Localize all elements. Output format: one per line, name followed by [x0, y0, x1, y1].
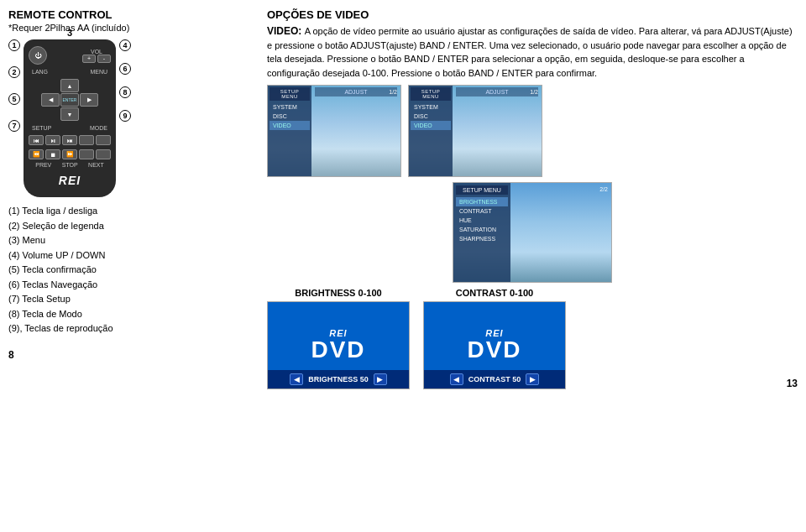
bm-sharpness: SHARPNESS [456, 234, 508, 243]
page-num-screen1: 1/2 [389, 89, 397, 95]
dpad: ▲ ◀ ENTER ▶ ▼ [41, 79, 98, 121]
instr-5: (5) Tecla confirmação [8, 263, 252, 277]
video-body: A opção de vídeo permite ao usuário ajus… [267, 26, 793, 78]
dpad-right[interactable]: ▶ [80, 93, 98, 107]
menu-adjust-1: ADJUST [315, 87, 397, 96]
contrast-item: CONTRAST 0-100 REI DVD ◀ CONTRAST 50 ▶ [423, 288, 566, 389]
lang-label: LANG [32, 69, 48, 75]
remote-labels-right: 4 6 8 9 [119, 39, 131, 133]
instr-text-1: (1) Tecla liga / desliga [8, 204, 97, 218]
contrast-label: CONTRAST 0-100 [456, 288, 533, 298]
screenshots-mid: SETUP MENU BRIGHTNESS CONTRAST HUE SATUR… [267, 182, 798, 283]
menu-label: MENU [90, 69, 107, 75]
label-8: 8 [119, 86, 131, 98]
remote-logo: REI [59, 174, 81, 187]
label-9: 9 [119, 110, 131, 122]
prev-btn[interactable]: ⏪ [29, 149, 44, 159]
t-btn5[interactable] [96, 149, 111, 159]
contrast-right-btn[interactable]: ▶ [526, 373, 539, 385]
menu-header-2: SETUP MENU [411, 87, 451, 101]
play-btn[interactable]: ⏯ [45, 135, 60, 145]
page-num-left: 8 [8, 349, 252, 361]
brightness-item: BRIGHTNESS 0-100 REI DVD ◀ BRIGHTNESS 50… [267, 288, 410, 389]
page-num-right: 13 [787, 378, 798, 389]
screen-thumb-1: SETUP MENU SYSTEM DISC VIDEO ADJUST 1/2 [267, 85, 401, 177]
instructions: (1) Tecla liga / desliga (2) Seleção de … [8, 204, 252, 336]
instr-1: (1) Tecla liga / desliga [8, 204, 252, 218]
instr-text-5: (5) Tecla confirmação [8, 263, 97, 277]
contrast-left-btn[interactable]: ◀ [450, 373, 463, 385]
instr-6: (6) Teclas Navegação [8, 278, 252, 292]
label-7: 7 [8, 120, 20, 132]
instr-text-3: (3) Menu [8, 233, 45, 248]
vol-up[interactable]: + [82, 55, 96, 63]
contrast-dvd-screen: REI DVD ◀ CONTRAST 50 ▶ [423, 301, 566, 389]
menu-content-1: ADJUST [311, 86, 400, 176]
screenshots-top: SETUP MENU SYSTEM DISC VIDEO ADJUST 1/2 … [267, 85, 798, 177]
bm-contrast: CONTRAST [456, 206, 508, 216]
menu-system-1: SYSTEM [270, 102, 310, 112]
label-1: 1 [8, 39, 20, 51]
screen-menu-2: SETUP MENU SYSTEM DISC VIDEO ADJUST 1/2 [409, 86, 542, 176]
dvd-text-contrast: DVD [467, 338, 521, 362]
instr-text-4: (4) Volume UP / DOWN [8, 248, 105, 263]
left-column: REMOTE CONTROL *Requer 2Pilhas AA (inclu… [8, 8, 260, 524]
vol-down[interactable]: - [97, 55, 111, 63]
subtitle: *Requer 2Pilhas AA (incluído) [8, 23, 252, 33]
brightness-left-btn[interactable]: ◀ [290, 373, 303, 385]
dpad-up[interactable]: ▲ [60, 79, 79, 92]
instr-text-2: (2) Seleção de legenda [8, 219, 104, 233]
screen-thumb-2: SETUP MENU SYSTEM DISC VIDEO ADJUST 1/2 [408, 85, 542, 177]
t-btn4[interactable] [79, 149, 94, 159]
menu-sidebar-2: SETUP MENU SYSTEM DISC VIDEO [409, 86, 453, 176]
power-button[interactable]: ⏻ [29, 46, 47, 65]
dvd-text-brightness: DVD [311, 338, 365, 362]
instr-9: (9), Teclas de reprodução [8, 321, 252, 336]
bm-brightness: BRIGHTNESS [456, 197, 508, 206]
menu-content-2: ADJUST [453, 86, 542, 176]
transport-row2: ⏪ ⏹ ⏩ [29, 149, 111, 159]
bm-header: SETUP MENU [456, 185, 508, 195]
setup-mode-row: SETUP MODE [29, 125, 111, 131]
label-5: 5 [8, 93, 20, 105]
instr-7: (7) Tecla Setup [8, 292, 252, 306]
dvd-logo-contrast: REI DVD [467, 328, 521, 362]
ff-btn[interactable]: ⏭ [62, 135, 77, 145]
page-num-screen2: 1/2 [530, 89, 538, 95]
dpad-down[interactable]: ▼ [60, 107, 79, 121]
page-num-screen3: 2/2 [599, 186, 608, 192]
bm-hue: HUE [456, 216, 508, 225]
video-label: VIDEO: [267, 25, 301, 37]
prev-label: PREV [35, 162, 51, 168]
dvd-logo-brightness: REI DVD [311, 328, 365, 362]
dvd-bar-brightness: ◀ BRIGHTNESS 50 ▶ [268, 370, 409, 389]
enter-button[interactable]: ENTER [60, 93, 79, 107]
dpad-left[interactable]: ◀ [41, 93, 60, 107]
menu-header-1: SETUP MENU [270, 87, 310, 101]
menu-disc-2: DISC [411, 112, 451, 121]
next-btn[interactable]: ⏩ [62, 149, 77, 159]
brightness-right-btn[interactable]: ▶ [374, 373, 387, 385]
remote-top-number: 3 [67, 28, 72, 38]
instr-8: (8) Tecla de Modo [8, 307, 252, 321]
instr-text-6: (6) Teclas Navegação [8, 278, 97, 292]
btn5[interactable] [96, 135, 111, 145]
right-column: OPÇÕES DE VIDEO VIDEO: A opção de vídeo … [260, 8, 798, 524]
rew-btn[interactable]: ⏮ [29, 135, 44, 145]
remote-labels-left: 1 2 5 7 [8, 39, 20, 147]
vol-area: VOL + - [82, 49, 111, 63]
next-label: NEXT [88, 162, 104, 168]
menu-adjust-2: ADJUST [456, 87, 538, 96]
btn4[interactable] [79, 135, 94, 145]
label-2: 2 [8, 66, 20, 78]
setup-label: SETUP [32, 125, 51, 131]
menu-sidebar-1: SETUP MENU SYSTEM DISC VIDEO [268, 86, 311, 176]
label-4: 4 [119, 39, 131, 51]
screen-thumb-3: SETUP MENU BRIGHTNESS CONTRAST HUE SATUR… [453, 182, 612, 283]
instr-text-9: (9), Teclas de reprodução [8, 321, 113, 336]
right-title: OPÇÕES DE VIDEO [267, 8, 798, 21]
instr-4: (4) Volume UP / DOWN [8, 248, 252, 263]
bm-saturation: SATURATION [456, 225, 508, 234]
stop-btn[interactable]: ⏹ [45, 149, 60, 159]
menu-disc-1: DISC [270, 112, 310, 121]
